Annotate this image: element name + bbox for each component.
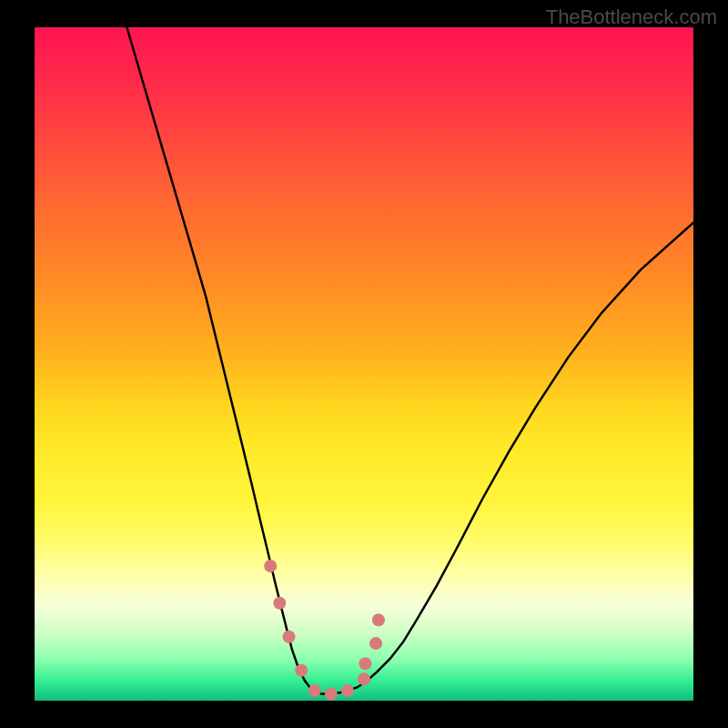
watermark-text: TheBottleneck.com — [546, 5, 717, 29]
curve-marker — [341, 684, 354, 697]
curve-marker — [359, 657, 371, 670]
curve-marker — [372, 613, 385, 626]
curve-marker — [264, 560, 277, 572]
curve-markers — [264, 560, 385, 701]
curve-marker — [308, 684, 321, 697]
chart-svg — [35, 27, 693, 701]
curve-marker — [273, 597, 286, 610]
curve-marker — [283, 631, 296, 643]
curve-marker — [295, 664, 308, 677]
curve-marker — [369, 637, 382, 650]
curve-marker — [325, 688, 338, 701]
bottleneck-curve — [126, 27, 693, 694]
chart-plot-area — [35, 27, 693, 701]
curve-marker — [358, 672, 370, 685]
